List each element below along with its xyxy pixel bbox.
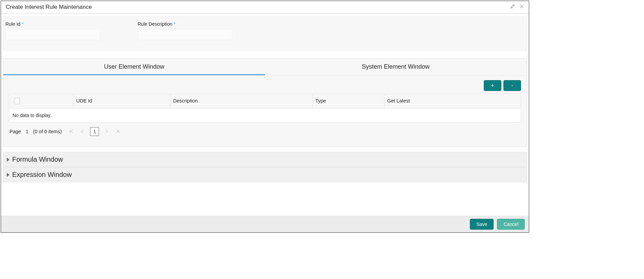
pager-count: (0 of 0 items) [33, 129, 62, 134]
field-rule-description: Rule Description* [138, 21, 232, 40]
pager-current-page[interactable]: 1 [90, 127, 99, 136]
form-section: Rule Id* Rule Description* [3, 16, 527, 51]
required-icon: * [174, 21, 175, 27]
col-description: Description [170, 94, 313, 108]
required-icon: * [22, 21, 23, 27]
remove-row-button[interactable]: - [503, 80, 521, 91]
field-rule-id: Rule Id* [5, 21, 100, 40]
save-button[interactable]: Save [470, 219, 494, 230]
pager-prev-icon[interactable] [79, 129, 85, 135]
chevron-right-icon [7, 158, 9, 162]
rule-id-input[interactable] [5, 29, 100, 40]
rule-desc-label-text: Rule Description [138, 21, 172, 27]
grid-header: UDE Id Description Type Get Latest [9, 94, 521, 109]
pager-next-icon[interactable] [104, 129, 110, 135]
pager-last-icon[interactable] [115, 129, 121, 135]
cancel-button[interactable]: Cancel [497, 219, 525, 230]
col-type: Type [313, 94, 385, 108]
tab-user-element[interactable]: User Element Window [3, 59, 265, 75]
body: Rule Id* Rule Description* User Element … [1, 14, 529, 216]
grid-empty-message: No data to display. [9, 109, 521, 122]
add-row-button[interactable]: + [484, 80, 501, 91]
pager-page-label: Page [9, 129, 21, 134]
title-actions [510, 4, 524, 10]
pager-nav: 1 [68, 127, 121, 136]
rule-id-label: Rule Id* [5, 21, 100, 27]
rule-description-input[interactable] [138, 29, 232, 40]
rule-desc-label: Rule Description* [138, 21, 232, 27]
select-all-checkbox[interactable] [14, 98, 20, 104]
pager-page-value: 1 [26, 129, 28, 134]
rule-id-label-text: Rule Id [5, 21, 20, 27]
close-icon[interactable] [519, 4, 524, 10]
tabs-bar: User Element Window System Element Windo… [3, 59, 526, 75]
grid-toolbar: + - [7, 80, 521, 91]
titlebar: Create Interest Rule Maintenance [1, 1, 529, 14]
window-title: Create Interest Rule Maintenance [6, 4, 92, 10]
pager-first-icon[interactable] [68, 129, 75, 135]
section-expression-label: Expression Window [12, 171, 72, 179]
col-get-latest: Get Latest [385, 94, 521, 108]
section-formula-label: Formula Window [12, 156, 63, 163]
modal-window: Create Interest Rule Maintenance Rule Id… [1, 1, 529, 233]
chevron-right-icon [7, 173, 9, 177]
ude-grid: UDE Id Description Type Get Latest No da… [9, 94, 521, 122]
grid-pager: Page 1 (0 of 0 items) 1 [7, 122, 522, 137]
section-formula-window[interactable]: Formula Window [3, 152, 527, 167]
col-checkbox [9, 94, 74, 108]
footer: Save Cancel [1, 216, 529, 232]
tab-system-element[interactable]: System Element Window [265, 59, 526, 75]
tabs-container: User Element Window System Element Windo… [3, 58, 527, 147]
section-expression-window[interactable]: Expression Window [3, 167, 527, 182]
tab-panel-user: + - UDE Id Description Type Get Latest N… [3, 75, 526, 147]
collapse-icon[interactable] [510, 4, 515, 10]
col-ude-id: UDE Id [74, 94, 170, 108]
